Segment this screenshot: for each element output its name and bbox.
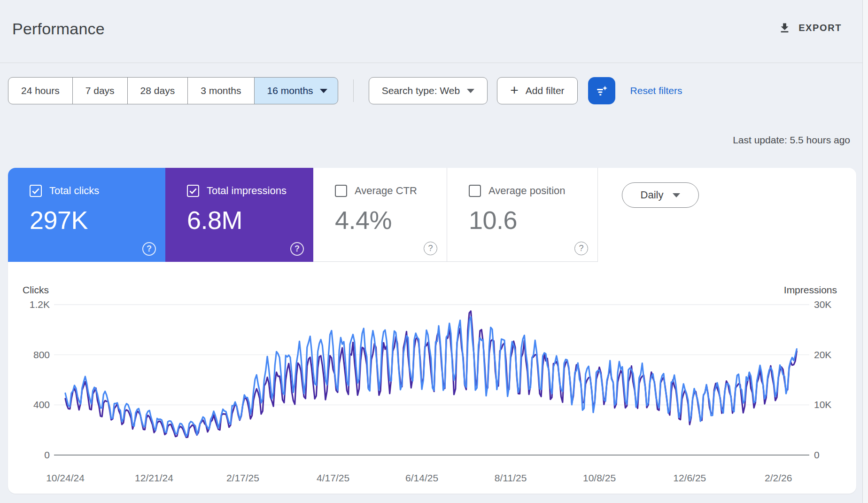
- filter-sparkle-icon: [595, 84, 609, 98]
- impressions-line: [65, 311, 797, 438]
- search-type-dropdown[interactable]: Search type: Web: [369, 77, 488, 104]
- metric-value: 297K: [30, 207, 165, 233]
- checkbox-checked-icon[interactable]: [30, 185, 42, 197]
- metric-value: 10.6: [469, 207, 597, 233]
- page-title: Performance: [12, 20, 105, 38]
- x-axis-date-tick: 10/24/24: [46, 472, 85, 483]
- x-axis-date-tick: 6/14/25: [405, 472, 438, 483]
- x-axis-date-tick: 2/17/25: [226, 472, 259, 483]
- granularity-label: Daily: [641, 189, 664, 201]
- metric-label: Average CTR: [355, 185, 417, 197]
- right-axis-tick: 10K: [814, 399, 831, 410]
- download-icon: [778, 22, 791, 34]
- x-axis-date-tick: 12/21/24: [135, 472, 173, 483]
- help-icon[interactable]: ?: [290, 242, 304, 256]
- total-clicks-card[interactable]: Total clicks 297K ?: [8, 168, 165, 262]
- average-ctr-card[interactable]: Average CTR 4.4% ?: [313, 168, 447, 262]
- range-button-28-days[interactable]: 28 days: [127, 77, 188, 104]
- page-scrollbar[interactable]: [862, 0, 868, 503]
- filter-separator: [353, 79, 354, 102]
- x-axis-date-tick: 8/11/25: [495, 472, 527, 483]
- metric-head: Total impressions: [187, 185, 313, 197]
- filter-bar: 24 hours 7 days 28 days 3 months 16 mont…: [8, 77, 682, 104]
- left-axis-tick: 400: [33, 399, 50, 410]
- checkbox-unchecked-icon[interactable]: [469, 185, 481, 197]
- range-button-16-months[interactable]: 16 months: [254, 77, 338, 104]
- metric-head: Total clicks: [30, 185, 165, 197]
- right-axis-tick: 0: [814, 449, 820, 460]
- range-label: 3 months: [201, 85, 241, 96]
- chevron-down-icon: [467, 89, 474, 93]
- average-position-card[interactable]: Average position 10.6 ?: [447, 168, 598, 262]
- range-label: 24 hours: [21, 85, 60, 96]
- last-update-text: Last update: 5.5 hours ago: [733, 134, 850, 146]
- add-filter-label: Add filter: [526, 85, 565, 96]
- chevron-down-icon: [673, 193, 680, 197]
- plus-icon: +: [510, 83, 519, 97]
- metric-label: Average position: [488, 185, 566, 197]
- help-icon[interactable]: ?: [142, 242, 156, 256]
- range-button-7-days[interactable]: 7 days: [72, 77, 128, 104]
- total-impressions-card[interactable]: Total impressions 6.8M ?: [165, 168, 313, 262]
- metric-label: Total impressions: [207, 185, 287, 197]
- export-button[interactable]: EXPORT: [778, 22, 842, 34]
- left-axis-title: Clicks: [23, 284, 49, 296]
- granularity-dropdown[interactable]: Daily: [622, 182, 699, 208]
- search-type-label: Search type: Web: [382, 85, 460, 96]
- left-axis-tick: 0: [44, 449, 50, 460]
- ai-filter-button[interactable]: [588, 77, 615, 104]
- metrics-row: Total clicks 297K ? Total impressions 6.…: [8, 168, 856, 262]
- metric-head: Average position: [469, 185, 597, 197]
- help-icon[interactable]: ?: [424, 242, 437, 255]
- x-axis-date-tick: 4/17/25: [317, 472, 349, 483]
- range-label: 16 months: [267, 85, 313, 96]
- right-axis-tick: 20K: [814, 349, 831, 360]
- granularity-area: Daily: [598, 168, 856, 262]
- export-label: EXPORT: [798, 23, 842, 33]
- date-range-segmented-control: 24 hours 7 days 28 days 3 months 16 mont…: [8, 77, 338, 104]
- range-button-3-months[interactable]: 3 months: [187, 77, 254, 104]
- header-divider: [0, 63, 862, 63]
- chevron-down-icon: [320, 89, 327, 93]
- range-label: 28 days: [140, 85, 175, 96]
- add-filter-button[interactable]: + Add filter: [497, 77, 577, 104]
- x-axis-date-tick: 10/8/25: [583, 472, 616, 483]
- performance-page: Performance EXPORT 24 hours 7 days 28 da…: [0, 0, 868, 503]
- performance-report-card: 04008001.2K010K20K30K10/24/2412/21/242/1…: [8, 168, 856, 494]
- x-axis-date-tick: 2/2/26: [765, 472, 792, 483]
- reset-filters-link[interactable]: Reset filters: [630, 85, 682, 96]
- x-axis-date-tick: 12/6/25: [673, 472, 706, 483]
- left-axis-tick: 1.2K: [30, 299, 50, 310]
- left-axis-tick: 800: [33, 349, 50, 360]
- metric-head: Average CTR: [335, 185, 447, 197]
- help-icon[interactable]: ?: [574, 242, 588, 255]
- metric-label: Total clicks: [49, 185, 99, 197]
- metric-value: 6.8M: [187, 207, 313, 233]
- checkbox-unchecked-icon[interactable]: [335, 185, 347, 197]
- metric-value: 4.4%: [335, 207, 447, 233]
- range-label: 7 days: [85, 85, 115, 96]
- range-button-24-hours[interactable]: 24 hours: [8, 77, 73, 104]
- right-axis-title: Impressions: [784, 284, 837, 296]
- checkbox-checked-icon[interactable]: [187, 185, 199, 197]
- right-axis-tick: 30K: [814, 299, 831, 310]
